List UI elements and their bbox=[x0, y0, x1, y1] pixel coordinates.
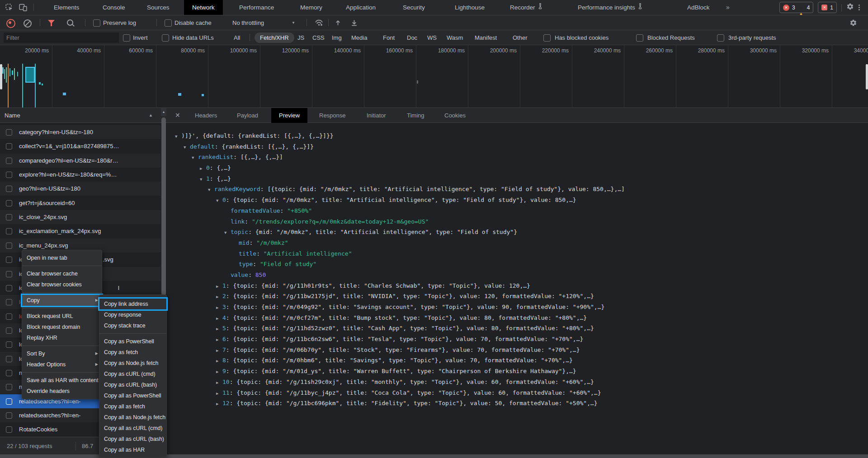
expanded-arrow-icon[interactable]: ▼ bbox=[200, 174, 206, 185]
tab-performance-insights[interactable]: Performance insights bbox=[578, 0, 643, 15]
tree-row[interactable]: ▶0: {,…} bbox=[166, 163, 868, 173]
expanded-arrow-icon[interactable]: ▼ bbox=[192, 153, 198, 164]
filter-type-wasm[interactable]: Wasm bbox=[447, 30, 463, 45]
collapsed-arrow-icon[interactable]: ▶ bbox=[216, 281, 222, 292]
tab-lighthouse[interactable]: Lighthouse bbox=[455, 0, 485, 15]
menu-item-block-request-url[interactable]: Block request URL bbox=[22, 311, 102, 322]
filter-type-font[interactable]: Font bbox=[383, 30, 395, 45]
request-checkbox[interactable] bbox=[6, 313, 12, 320]
name-column-header[interactable]: Name bbox=[5, 108, 20, 123]
collapsed-arrow-icon[interactable]: ▶ bbox=[216, 313, 222, 324]
tab-network[interactable]: Network bbox=[184, 0, 223, 15]
tree-row[interactable]: ▼0: {topic: {mid: "/m/0mkz", title: "Art… bbox=[166, 195, 868, 206]
detail-tab-timing[interactable]: Timing bbox=[407, 108, 425, 123]
menu-item-replay-xhr[interactable]: Replay XHR bbox=[22, 332, 102, 343]
filter-type-doc[interactable]: Doc bbox=[407, 30, 417, 45]
tab-console[interactable]: Console bbox=[103, 0, 125, 15]
throttling-select[interactable]: No throttling bbox=[232, 15, 264, 30]
collapsed-arrow-icon[interactable]: ▶ bbox=[216, 378, 222, 388]
submenu-item-copy-all-as-curl-cmd[interactable]: Copy all as cURL (cmd) bbox=[99, 423, 166, 434]
tree-row[interactable]: ▼topic: {mid: "/m/0mkz", title: "Artific… bbox=[166, 227, 868, 238]
submenu-item-copy-link-address[interactable]: Copy link address bbox=[99, 299, 166, 309]
request-checkbox[interactable] bbox=[6, 186, 12, 192]
tree-row[interactable]: mid: "/m/0mkz" bbox=[166, 238, 868, 248]
request-checkbox[interactable] bbox=[6, 299, 12, 305]
menu-item-open-in-new-tab[interactable]: Open in new tab bbox=[22, 252, 102, 263]
collapsed-arrow-icon[interactable]: ▶ bbox=[216, 346, 222, 356]
close-detail-icon[interactable]: ✕ bbox=[175, 108, 180, 123]
tab-adblock[interactable]: AdBlock bbox=[687, 0, 710, 15]
request-row[interactable]: collect?v=1&_v=j101&a=827489875… bbox=[0, 139, 160, 153]
expanded-arrow-icon[interactable]: ▼ bbox=[224, 228, 231, 238]
tab-recorder[interactable]: Recorder bbox=[510, 0, 543, 15]
request-row[interactable]: ic_exclamation_mark_24px.svg bbox=[0, 224, 160, 238]
tab-sources[interactable]: Sources bbox=[147, 0, 170, 15]
network-conditions-icon[interactable] bbox=[315, 19, 323, 28]
inspect-icon[interactable] bbox=[5, 4, 13, 13]
menu-item-clear-browser-cookies[interactable]: Clear browser cookies bbox=[22, 279, 102, 290]
tab-memory[interactable]: Memory bbox=[300, 0, 322, 15]
request-checkbox[interactable] bbox=[6, 172, 12, 178]
request-checkbox[interactable] bbox=[6, 228, 12, 234]
settings-gear-icon[interactable] bbox=[846, 3, 854, 12]
filter-type-fetch-xhr[interactable]: Fetch/XHR bbox=[255, 33, 294, 43]
submenu-item-copy-all-as-curl-bash[interactable]: Copy all as cURL (bash) bbox=[99, 434, 166, 444]
submenu-item-copy-as-curl-cmd[interactable]: Copy as cURL (cmd) bbox=[99, 369, 166, 379]
filter-input[interactable] bbox=[4, 33, 119, 43]
collapsed-arrow-icon[interactable]: ▶ bbox=[200, 164, 206, 174]
tree-row[interactable]: ▼)]}', {default: {rankedList: [{,…}, {,…… bbox=[166, 131, 868, 141]
detail-tab-cookies[interactable]: Cookies bbox=[444, 108, 466, 123]
checkbox-3rd-party-requests[interactable] bbox=[717, 34, 724, 42]
request-checkbox[interactable] bbox=[6, 384, 12, 390]
invert-checkbox[interactable] bbox=[123, 34, 130, 42]
disable-cache-checkbox[interactable] bbox=[165, 19, 172, 27]
clear-network-log-button[interactable] bbox=[24, 19, 32, 28]
kebab-menu-icon[interactable] bbox=[859, 5, 860, 10]
tree-row[interactable]: ▼rankedKeyword: [{topic: {mid: "/m/0mkz"… bbox=[166, 184, 868, 195]
tab-application[interactable]: Application bbox=[346, 0, 376, 15]
menu-item-sort-by[interactable]: Sort By▶ bbox=[22, 348, 102, 359]
collapsed-arrow-icon[interactable]: ▶ bbox=[216, 356, 222, 367]
chevron-down-icon[interactable]: ▼ bbox=[292, 15, 295, 30]
collapsed-arrow-icon[interactable]: ▶ bbox=[216, 335, 222, 346]
import-har-icon[interactable] bbox=[335, 19, 341, 28]
request-row[interactable]: explore?hl=en-US&tz=-180&req=%… bbox=[0, 168, 160, 182]
expanded-arrow-icon[interactable]: ▼ bbox=[175, 131, 181, 142]
tab-elements[interactable]: Elements bbox=[54, 0, 79, 15]
submenu-item-copy-as-fetch[interactable]: Copy as fetch bbox=[99, 347, 166, 358]
sort-ascending-icon[interactable]: ▲ bbox=[149, 108, 153, 123]
menu-item-save-all-as-har-with-content[interactable]: Save all as HAR with content bbox=[22, 375, 102, 386]
collapsed-arrow-icon[interactable]: ▶ bbox=[216, 303, 222, 313]
collapsed-arrow-icon[interactable]: ▶ bbox=[216, 388, 222, 399]
submenu-item-copy-all-as-har[interactable]: Copy all as HAR bbox=[99, 444, 166, 455]
menu-item-copy[interactable]: Copy▶ bbox=[22, 295, 102, 306]
tree-row[interactable]: ▶10: {topic: {mid: "/g/11sh29c0xj", titl… bbox=[166, 377, 868, 388]
collapsed-arrow-icon[interactable]: ▶ bbox=[216, 399, 222, 410]
tree-row[interactable]: ▶5: {topic: {mid: "/g/11hd52zwz0", title… bbox=[166, 323, 868, 334]
request-checkbox[interactable] bbox=[6, 143, 12, 150]
tree-row[interactable]: value: 850 bbox=[166, 270, 868, 280]
request-row[interactable]: category?hl=en-US&tz=-180 bbox=[0, 125, 160, 139]
request-checkbox[interactable] bbox=[6, 129, 12, 136]
submenu-item-copy-as-node-js-fetch[interactable]: Copy as Node.js fetch bbox=[99, 358, 166, 369]
filter-type-media[interactable]: Media bbox=[351, 30, 367, 45]
filter-type-js[interactable]: JS bbox=[297, 30, 304, 45]
submenu-item-copy-stack-trace[interactable]: Copy stack trace bbox=[99, 320, 166, 331]
filter-icon[interactable] bbox=[48, 20, 55, 26]
tab-security[interactable]: Security bbox=[403, 0, 425, 15]
tree-row[interactable]: title: "Artificial intelligence" bbox=[166, 248, 868, 259]
request-row[interactable]: ic_close_24px.svg bbox=[0, 210, 160, 224]
tree-row[interactable]: ▶9: {topic: {mid: "/m/01d_ys", title: "W… bbox=[166, 366, 868, 377]
scrollbar-thumb[interactable] bbox=[161, 117, 166, 296]
tree-row[interactable]: ▼1: {,…} bbox=[166, 173, 868, 184]
filter-type-other[interactable]: Other bbox=[513, 30, 528, 45]
menu-item-block-request-domain[interactable]: Block request domain bbox=[22, 322, 102, 332]
submenu-item-copy-all-as-powershell[interactable]: Copy all as PowerShell bbox=[99, 390, 166, 401]
tab-performance[interactable]: Performance bbox=[239, 0, 274, 15]
tree-row[interactable]: ▶12: {topic: {mid: "/g/11bc696pkm", titl… bbox=[166, 398, 868, 409]
filter-type-all[interactable]: All bbox=[234, 30, 240, 45]
menu-item-header-options[interactable]: Header Options▶ bbox=[22, 359, 102, 370]
detail-tab-response[interactable]: Response bbox=[319, 108, 346, 123]
overview-drag-handle[interactable] bbox=[0, 64, 2, 89]
console-errors-warnings-badge[interactable]: ✕ 3 ! 4 bbox=[779, 2, 813, 13]
